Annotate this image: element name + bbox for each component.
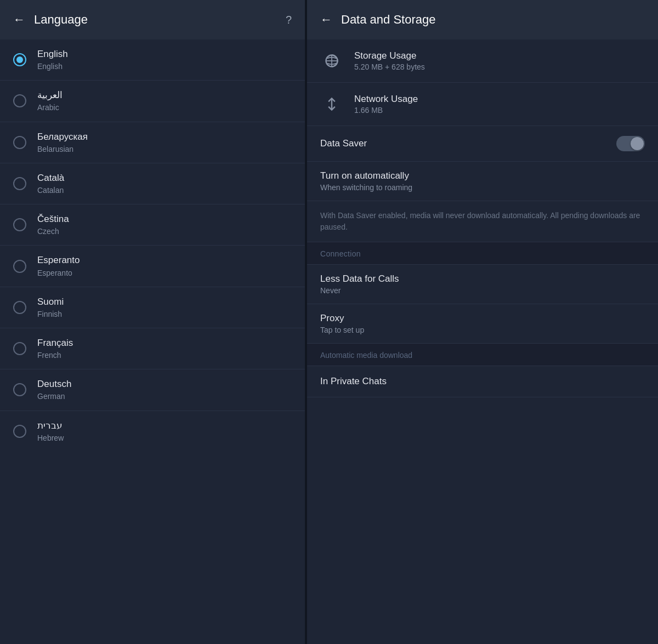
- in-private-chats-title: In Private Chats: [320, 376, 387, 386]
- language-sub: English: [37, 61, 68, 71]
- data-storage-header: ← Data and Storage: [307, 0, 658, 39]
- language-text: CatalàCatalan: [37, 172, 64, 195]
- language-title: Language: [34, 13, 286, 27]
- language-item[interactable]: DeutschGerman: [0, 369, 305, 411]
- network-usage-item[interactable]: Network Usage 1.66 MB: [307, 83, 658, 126]
- language-name: עברית: [37, 420, 64, 432]
- language-name: Suomi: [37, 296, 64, 308]
- less-data-calls-item[interactable]: Less Data for Calls Never: [307, 265, 658, 304]
- turn-on-auto-item[interactable]: Turn on automatically When switching to …: [307, 162, 658, 201]
- language-text: עבריתHebrew: [37, 420, 64, 443]
- language-sub: French: [37, 350, 73, 360]
- network-usage-text: Network Usage 1.66 MB: [354, 94, 418, 115]
- language-name: Français: [37, 337, 73, 349]
- storage-usage-title: Storage Usage: [354, 50, 425, 61]
- turn-on-auto-title: Turn on automatically: [320, 170, 645, 181]
- data-saver-row: Data Saver: [307, 126, 658, 162]
- radio-button[interactable]: [13, 383, 26, 396]
- language-item[interactable]: EsperantoEsperanto: [0, 246, 305, 287]
- network-usage-title: Network Usage: [354, 94, 418, 105]
- storage-usage-sub: 5.20 MB + 628 bytes: [354, 62, 425, 71]
- language-item[interactable]: SuomiFinnish: [0, 287, 305, 328]
- radio-button[interactable]: [13, 342, 26, 355]
- language-text: EsperantoEsperanto: [37, 254, 80, 277]
- language-text: БеларускаяBelarusian: [37, 131, 88, 154]
- storage-content: Storage Usage 5.20 MB + 628 bytes Networ…: [307, 39, 658, 644]
- language-name: English: [37, 48, 68, 60]
- language-item[interactable]: CatalàCatalan: [0, 163, 305, 204]
- language-name: Deutsch: [37, 378, 71, 390]
- language-header: ← Language ?: [0, 0, 305, 39]
- toggle-thumb: [631, 137, 644, 150]
- proxy-sub: Tap to set up: [320, 326, 645, 334]
- radio-button[interactable]: [13, 301, 26, 314]
- data-storage-title: Data and Storage: [341, 13, 645, 27]
- less-data-calls-title: Less Data for Calls: [320, 273, 645, 284]
- data-saver-info-text: With Data Saver enabled, media will neve…: [320, 211, 640, 231]
- language-item[interactable]: FrançaisFrench: [0, 328, 305, 369]
- radio-inner: [16, 56, 23, 63]
- language-item[interactable]: EnglishEnglish: [0, 39, 305, 81]
- connection-label: Connection: [320, 249, 361, 258]
- radio-button[interactable]: [13, 94, 26, 107]
- back-button[interactable]: ←: [13, 13, 25, 27]
- language-sub: German: [37, 391, 71, 401]
- radio-button[interactable]: [13, 53, 26, 66]
- language-item[interactable]: БеларускаяBelarusian: [0, 122, 305, 163]
- network-usage-sub: 1.66 MB: [354, 106, 418, 115]
- in-private-chats-item[interactable]: In Private Chats: [307, 366, 658, 397]
- language-name: Català: [37, 172, 64, 184]
- data-storage-panel: ← Data and Storage Storage Usage 5.20 MB…: [307, 0, 658, 644]
- language-panel: ← Language ? EnglishEnglishالعربيةArabic…: [0, 0, 307, 644]
- language-name: العربية: [37, 89, 63, 101]
- language-list: EnglishEnglishالعربيةArabicБеларускаяBel…: [0, 39, 305, 644]
- language-text: SuomiFinnish: [37, 296, 64, 319]
- language-sub: Hebrew: [37, 433, 64, 443]
- storage-usage-item[interactable]: Storage Usage 5.20 MB + 628 bytes: [307, 39, 658, 83]
- less-data-calls-sub: Never: [320, 286, 645, 295]
- back-button-right[interactable]: ←: [320, 13, 332, 27]
- language-sub: Catalan: [37, 185, 64, 195]
- data-saver-label: Data Saver: [320, 138, 616, 149]
- proxy-title: Proxy: [320, 313, 645, 324]
- language-sub: Arabic: [37, 102, 63, 112]
- language-text: ČeštinaCzech: [37, 213, 69, 236]
- language-sub: Czech: [37, 226, 69, 236]
- radio-button[interactable]: [13, 260, 26, 273]
- storage-usage-text: Storage Usage 5.20 MB + 628 bytes: [354, 50, 425, 71]
- help-icon[interactable]: ?: [286, 14, 292, 26]
- radio-button[interactable]: [13, 177, 26, 190]
- proxy-item[interactable]: Proxy Tap to set up: [307, 304, 658, 344]
- language-text: FrançaisFrench: [37, 337, 73, 360]
- language-sub: Finnish: [37, 309, 64, 319]
- radio-button[interactable]: [13, 218, 26, 231]
- radio-button[interactable]: [13, 425, 26, 438]
- radio-button[interactable]: [13, 136, 26, 149]
- auto-media-section: Automatic media download: [307, 344, 658, 366]
- turn-on-auto-desc: When switching to roaming: [320, 183, 645, 192]
- language-name: Čeština: [37, 213, 69, 225]
- language-text: EnglishEnglish: [37, 48, 68, 71]
- language-item[interactable]: ČeštinaCzech: [0, 204, 305, 246]
- auto-media-label: Automatic media download: [320, 351, 412, 360]
- data-saver-info: With Data Saver enabled, media will neve…: [307, 201, 658, 242]
- language-item[interactable]: العربيةArabic: [0, 81, 305, 122]
- language-name: Беларуская: [37, 131, 88, 143]
- language-sub: Belarusian: [37, 144, 88, 154]
- connection-section: Connection: [307, 242, 658, 265]
- storage-usage-icon: [320, 49, 343, 72]
- language-text: DeutschGerman: [37, 378, 71, 401]
- language-name: Esperanto: [37, 254, 80, 266]
- language-sub: Esperanto: [37, 268, 80, 278]
- network-usage-icon: [320, 93, 343, 116]
- language-text: العربيةArabic: [37, 89, 63, 112]
- data-saver-toggle[interactable]: [616, 136, 645, 151]
- language-item[interactable]: עבריתHebrew: [0, 411, 305, 452]
